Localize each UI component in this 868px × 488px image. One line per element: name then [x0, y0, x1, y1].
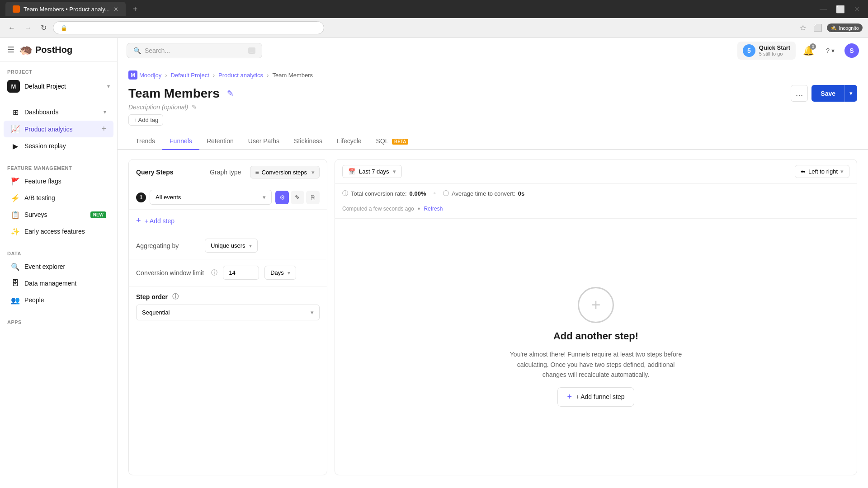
step-1-chevron-icon: ▾: [263, 194, 266, 201]
add-step-plus-icon: +: [136, 216, 141, 225]
avg-time-label: Average time to convert:: [452, 190, 515, 197]
extensions-btn[interactable]: ⬜: [811, 22, 825, 34]
tab-user-paths[interactable]: User Paths: [241, 133, 287, 150]
sidebar-item-session-replay[interactable]: ▶ Session replay: [4, 138, 113, 154]
people-icon: 👥: [11, 296, 20, 305]
aggregating-chevron-icon: ▾: [249, 243, 252, 249]
breadcrumb-default-project[interactable]: Default Project: [170, 72, 209, 79]
hamburger-btn[interactable]: ☰: [7, 45, 14, 55]
avg-time-info-icon[interactable]: ⓘ: [443, 189, 449, 197]
step-order-select[interactable]: Sequential ▾: [136, 305, 320, 320]
tab-lifecycle[interactable]: Lifecycle: [330, 133, 368, 150]
minimize-btn[interactable]: —: [817, 3, 830, 15]
refresh-link[interactable]: Refresh: [424, 206, 443, 212]
notifications-btn[interactable]: 🔔 0: [801, 43, 816, 58]
date-range-value: Last 7 days: [359, 168, 389, 175]
empty-state-desc: You're almost there! Funnels require at …: [505, 349, 686, 380]
search-icon: 🔍: [133, 47, 141, 54]
step-order-label-row: Step order ⓘ: [136, 293, 320, 301]
conversion-window-info-icon[interactable]: ⓘ: [211, 269, 217, 277]
save-btn-group: Save ▾: [811, 85, 857, 102]
description-text: Description (optional): [128, 103, 188, 111]
product-analytics-icon: 📈: [11, 125, 20, 134]
sidebar-item-product-analytics[interactable]: 📈 Product analytics +: [4, 121, 113, 137]
main-content: 🔍 Search... _ 5 Quick Start 5 still to g…: [118, 38, 868, 488]
aggregating-select[interactable]: Unique users ▾: [205, 239, 258, 253]
browser-tab[interactable]: Team Members • Product analy... ✕: [5, 2, 126, 16]
sidebar-item-ab-testing[interactable]: ⚡ A/B testing: [4, 190, 113, 206]
project-selector[interactable]: M Default Project ▾: [0, 76, 117, 96]
tab-trends[interactable]: Trends: [128, 133, 162, 150]
page-header: Team Members ✎ ... Save ▾ Description (o…: [118, 80, 868, 133]
apps-section-label: APPS: [0, 316, 117, 327]
help-btn[interactable]: ? ▾: [821, 44, 839, 57]
back-btn[interactable]: ←: [5, 22, 18, 34]
surveys-icon: 📋: [11, 210, 20, 219]
reload-btn[interactable]: ↻: [38, 22, 49, 34]
sidebar-item-dashboards[interactable]: ⊞ Dashboards ▾: [4, 104, 113, 120]
step-1-select[interactable]: All events ▾: [150, 190, 272, 205]
conversion-window-input[interactable]: 14: [223, 266, 259, 280]
step-1-copy-btn[interactable]: ⎘: [306, 191, 320, 204]
more-options-btn[interactable]: ...: [791, 85, 808, 102]
user-avatar-btn[interactable]: S: [844, 43, 859, 58]
graph-type-select[interactable]: ≡ Conversion steps ▾: [250, 166, 320, 178]
description-edit-btn[interactable]: ✎: [192, 103, 197, 111]
sidebar-item-surveys[interactable]: 📋 Surveys NEW: [4, 206, 113, 223]
sidebar-item-data-management[interactable]: 🗄 Data management: [4, 275, 113, 291]
step-order-label: Step order: [136, 293, 168, 300]
breadcrumb-product-analytics[interactable]: Product analytics: [218, 72, 263, 79]
conversion-info-icon[interactable]: ⓘ: [342, 189, 348, 197]
add-tag-btn[interactable]: + Add tag: [128, 114, 163, 126]
close-window-btn[interactable]: ✕: [851, 3, 863, 15]
tab-close-btn[interactable]: ✕: [113, 6, 118, 13]
step-1-edit-btn[interactable]: ✎: [291, 191, 304, 204]
sidebar-product-analytics-label: Product analytics: [24, 126, 97, 133]
maximize-btn[interactable]: ⬜: [833, 3, 848, 15]
direction-value: Left to right: [808, 168, 838, 175]
save-btn[interactable]: Save: [811, 85, 844, 102]
save-dropdown-btn[interactable]: ▾: [844, 85, 857, 102]
step-1-filter-btn[interactable]: ⚙: [275, 191, 289, 204]
event-explorer-icon: 🔍: [11, 262, 20, 271]
stats-separator: •: [433, 189, 436, 197]
sidebar-item-feature-flags[interactable]: 🚩 Feature flags: [4, 173, 113, 189]
dashboards-chevron-icon: ▾: [104, 109, 106, 115]
sidebar-item-event-explorer[interactable]: 🔍 Event explorer: [4, 258, 113, 275]
posthog-logo[interactable]: 🦔 PostHog: [19, 43, 72, 56]
sidebar-item-early-access[interactable]: ✨ Early access features: [4, 223, 113, 239]
browser-chrome: Team Members • Product analy... ✕ + — ⬜ …: [0, 0, 868, 18]
sidebar-feature-section: FEATURE MANAGEMENT 🚩 Feature flags ⚡ A/B…: [0, 158, 117, 244]
sidebar-apps-section: APPS: [0, 312, 117, 330]
logo-icon: 🦔: [19, 43, 33, 56]
url-bar[interactable]: 🔒 app.posthog.com/insights/new: [53, 21, 324, 34]
edit-title-btn[interactable]: ✎: [225, 87, 236, 100]
add-funnel-step-btn[interactable]: + + Add funnel step: [557, 387, 634, 407]
tab-retention[interactable]: Retention: [199, 133, 241, 150]
new-tab-btn[interactable]: +: [129, 5, 142, 14]
sidebar-item-people[interactable]: 👥 People: [4, 292, 113, 308]
tab-funnels[interactable]: Funnels: [162, 133, 199, 150]
step-order-value: Sequential: [142, 309, 170, 316]
tab-stickiness[interactable]: Stickiness: [287, 133, 330, 150]
product-analytics-plus-icon[interactable]: +: [101, 124, 106, 134]
days-select[interactable]: Days ▾: [264, 266, 296, 280]
direction-btn[interactable]: ⬌ Left to right ▾: [795, 165, 849, 178]
aggregating-label: Aggregating by: [136, 242, 199, 249]
search-bar[interactable]: 🔍 Search... _: [127, 43, 262, 58]
logo-text: PostHog: [35, 45, 72, 55]
query-panel-header: Query Steps Graph type ≡ Conversion step…: [129, 160, 327, 185]
url-input[interactable]: app.posthog.com/insights/new: [71, 24, 316, 31]
add-step-row[interactable]: + + Add step: [129, 210, 327, 232]
breadcrumb-moodjoy[interactable]: M Moodjoy: [128, 70, 161, 80]
sidebar-data-section: DATA 🔍 Event explorer 🗄 Data management …: [0, 244, 117, 312]
bookmark-btn[interactable]: ☆: [797, 22, 809, 34]
tab-sql[interactable]: SQL BETA: [369, 133, 416, 150]
incognito-label: Incognito: [839, 25, 859, 31]
tab-funnels-label: Funnels: [170, 137, 192, 145]
quick-start-btn[interactable]: 5 Quick Start 5 still to go: [737, 42, 796, 60]
forward-btn[interactable]: →: [22, 22, 34, 34]
direction-chevron-icon: ▾: [840, 168, 844, 175]
date-range-btn[interactable]: 📅 Last 7 days ▾: [342, 165, 402, 178]
step-order-info-icon[interactable]: ⓘ: [172, 293, 179, 301]
